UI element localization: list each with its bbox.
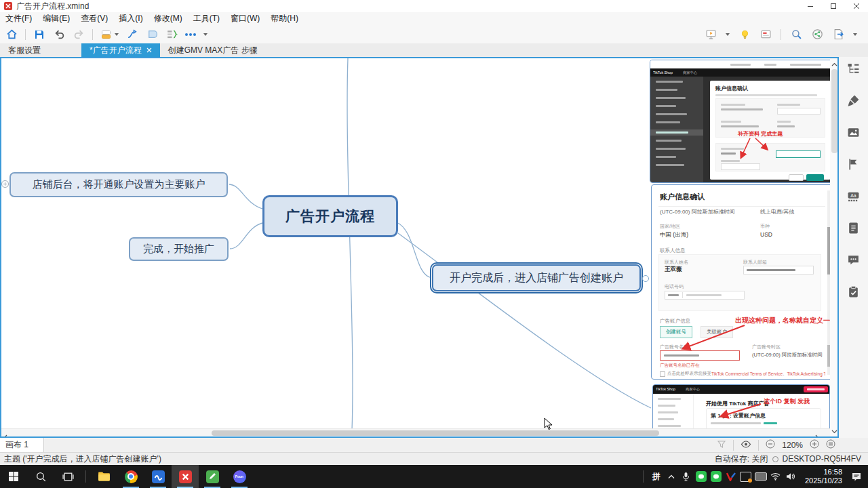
start-button[interactable] — [0, 465, 27, 488]
confirm-button[interactable] — [806, 174, 824, 181]
task-view-button[interactable] — [54, 465, 81, 488]
vscroll-thumb[interactable] — [831, 69, 837, 153]
maximize-button[interactable] — [822, 0, 845, 12]
input-field-highlighted[interactable] — [776, 150, 821, 158]
relationship-button[interactable] — [126, 28, 138, 41]
attachment-image-account-confirm[interactable]: TikTok Shop 商家中心 账户信息确认 — [650, 60, 837, 183]
microphone-icon[interactable] — [679, 465, 694, 488]
export-chevron-icon[interactable] — [853, 33, 857, 36]
terms-checkbox[interactable] — [660, 371, 665, 377]
task-checklist-icon[interactable] — [847, 285, 860, 301]
menu-edit[interactable]: 编辑(E) — [37, 13, 75, 24]
phone-input[interactable] — [665, 291, 745, 300]
minimize-button[interactable] — [799, 0, 822, 12]
home-button[interactable] — [5, 28, 18, 41]
share-button[interactable] — [811, 28, 823, 41]
marker-flag-icon[interactable] — [847, 158, 860, 174]
search-button[interactable] — [790, 28, 802, 41]
comment-icon[interactable] — [847, 253, 860, 269]
menu-file[interactable]: 文件(F) — [0, 13, 37, 24]
tab-create-account[interactable]: 创建账号 — [660, 326, 692, 338]
tab-customer-service[interactable]: 客服设置 — [0, 43, 49, 57]
tab-link-account[interactable]: 关联账户 — [701, 326, 733, 338]
taskbar-clock[interactable]: 16:58 2025/10/23 — [805, 468, 842, 485]
canvas-vscrollbar[interactable] — [830, 58, 839, 436]
tab-gmv-max[interactable]: 创建GMV MAX广告 步骤 — [160, 43, 266, 57]
chrome-button[interactable] — [117, 465, 144, 488]
foun-app-button[interactable]: Foun — [226, 465, 253, 488]
filter-icon[interactable] — [717, 439, 726, 451]
boundary-button[interactable] — [146, 28, 158, 41]
taskbar-search-button[interactable] — [27, 465, 54, 488]
screen-capture-icon[interactable] — [738, 465, 753, 488]
more-tools-button[interactable] — [185, 33, 196, 36]
save-button[interactable] — [33, 28, 45, 41]
summary-button[interactable] — [165, 28, 178, 41]
outline-structure-icon[interactable] — [847, 62, 860, 78]
tab-ad-account-flow[interactable]: *广告开户流程 — [81, 43, 160, 57]
menu-tools[interactable]: 工具(T) — [188, 13, 225, 24]
blue-app-button[interactable] — [144, 465, 172, 488]
email-input[interactable] — [743, 266, 814, 274]
toolbar-overflow-chevron-icon[interactable] — [203, 33, 208, 36]
sheet-tab-canvas1[interactable]: 画布 1 — [0, 438, 44, 452]
close-button[interactable] — [845, 0, 868, 12]
fit-map-button[interactable] — [826, 439, 835, 451]
menu-view[interactable]: 查看(V) — [75, 13, 113, 24]
mindmap-canvas[interactable]: 店铺后台，将开通账户设置为主要账户 完成，开始推广 广告开户流程 开户完成后，进… — [0, 57, 839, 438]
menu-modify[interactable]: 修改(M) — [149, 13, 188, 24]
zoom-in-button[interactable] — [810, 439, 819, 451]
action-center-icon[interactable] — [849, 465, 864, 488]
format-brush-icon[interactable] — [847, 94, 860, 110]
scroll-up-icon[interactable] — [830, 60, 839, 68]
wechat-icon[interactable] — [694, 465, 709, 488]
device-card-icon[interactable] — [753, 465, 768, 488]
terms-link-2[interactable]: TikTok Advertising Terms — [787, 371, 825, 376]
topic-store-backend[interactable]: 店铺后台，将开通账户设置为主要账户 — [9, 172, 228, 197]
promo-button[interactable] — [804, 386, 828, 392]
redo-button[interactable] — [73, 28, 85, 41]
input-field[interactable] — [777, 108, 821, 115]
undo-button[interactable] — [53, 28, 65, 41]
scroll-down-icon[interactable] — [831, 424, 837, 436]
menu-insert[interactable]: 插入(I) — [113, 13, 148, 24]
topic-after-open-selected[interactable]: 开户完成后，进入店铺广告创建账户 — [432, 264, 641, 291]
idea-bulb-button[interactable] — [738, 28, 751, 41]
topic-finish-promote[interactable]: 完成，开始推广 — [129, 237, 229, 261]
presentation-chevron-icon[interactable] — [726, 33, 730, 36]
canvas-hscrollbar[interactable] — [1, 428, 830, 437]
expand-handle-icon[interactable] — [642, 275, 649, 282]
cancel-button[interactable] — [789, 174, 804, 181]
green-app-button[interactable] — [199, 465, 226, 488]
menu-help[interactable]: 帮助(H) — [265, 13, 304, 24]
insert-topic-button[interactable] — [100, 29, 119, 40]
zoom-out-button[interactable] — [766, 439, 775, 451]
central-topic[interactable]: 广告开户流程 — [262, 195, 398, 237]
file-explorer-button[interactable] — [90, 465, 117, 488]
attachment-image-account-detail[interactable]: 账户信息确认 (UTC-09:00) 阿拉斯加标准时间 线上电商/其他 国家/地… — [651, 184, 833, 380]
image-icon[interactable] — [847, 126, 860, 142]
label-aa-icon[interactable]: Aa — [847, 190, 860, 205]
collapse-handle-icon[interactable] — [1, 180, 9, 188]
ime-indicator[interactable]: 拼 — [649, 465, 664, 488]
v-app-icon[interactable] — [724, 465, 738, 488]
scroll-left-icon[interactable] — [3, 431, 7, 438]
volume-icon[interactable] — [783, 465, 798, 488]
xmind-taskbar-button[interactable] — [172, 465, 199, 488]
terms-link-1[interactable]: TikTok Commercial Terms of Service — [711, 371, 783, 376]
wechat-work-icon[interactable] — [709, 465, 724, 488]
export-button[interactable] — [832, 28, 844, 41]
tab-close-icon[interactable] — [146, 47, 152, 53]
menu-window[interactable]: 窗口(W) — [225, 13, 265, 24]
wifi-icon[interactable] — [768, 465, 783, 488]
presentation-button[interactable] — [705, 28, 717, 41]
hscroll-thumb[interactable] — [212, 430, 659, 436]
ad-name-input-error[interactable] — [660, 350, 740, 361]
input-field[interactable] — [721, 163, 760, 170]
hidden-icons-chevron[interactable] — [664, 465, 679, 488]
preview-eye-icon[interactable] — [741, 439, 751, 451]
scroll-right-icon[interactable] — [815, 431, 819, 438]
notes-card-button[interactable] — [760, 28, 772, 41]
notes-icon[interactable] — [847, 222, 860, 237]
redacted-link[interactable] — [764, 422, 777, 424]
